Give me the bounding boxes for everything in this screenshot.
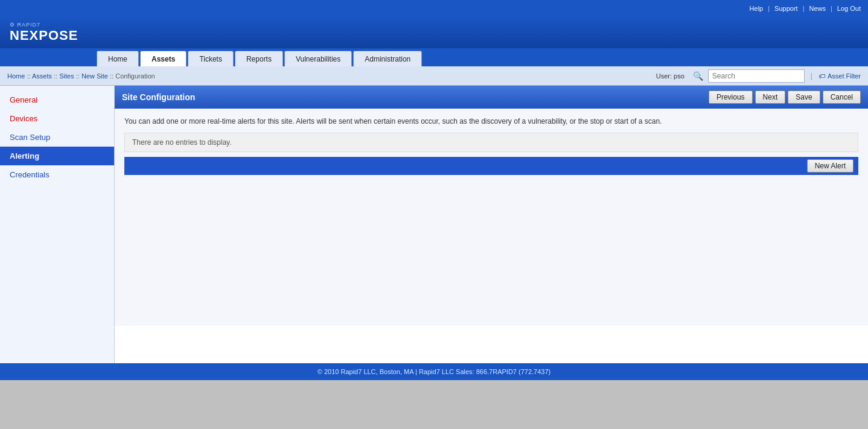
sep2: | <box>803 5 805 12</box>
alert-bar: New Alert <box>124 157 858 175</box>
breadcrumb: Home :: Assets :: Sites :: New Site :: C… <box>7 72 155 80</box>
new-alert-button[interactable]: New Alert <box>807 159 854 173</box>
search-input[interactable] <box>708 69 805 83</box>
next-button[interactable]: Next <box>755 91 786 104</box>
nav-bar: Home Assets Tickets Reports Vulnerabilit… <box>0 48 868 66</box>
config-buttons: Previous Next Save Cancel <box>709 91 861 104</box>
main-wrapper: General Devices Scan Setup Alerting Cred… <box>0 86 868 363</box>
sidebar-link-alerting[interactable]: Alerting <box>10 151 39 160</box>
sep1: | <box>768 5 770 12</box>
filter-icon: 🏷 <box>819 72 825 80</box>
site-config-header: Site Configuration Previous Next Save Ca… <box>115 86 868 109</box>
tab-assets[interactable]: Assets <box>140 51 187 66</box>
previous-button[interactable]: Previous <box>709 91 753 104</box>
header-right: User: pso 🔍 | 🏷 Asset Filter <box>656 69 861 83</box>
breadcrumb-assets[interactable]: Assets <box>32 72 52 80</box>
logo-area: ⚙ RAPID7 NEXPOSE <box>10 22 78 43</box>
sidebar-item-general[interactable]: General <box>0 91 114 109</box>
sidebar: General Devices Scan Setup Alerting Cred… <box>0 86 115 363</box>
breadcrumb-new-site[interactable]: New Site <box>81 72 108 80</box>
logo-bar: ⚙ RAPID7 NEXPOSE <box>0 17 868 48</box>
content-area: Site Configuration Previous Next Save Ca… <box>115 86 868 363</box>
cancel-button[interactable]: Cancel <box>823 91 861 104</box>
breadcrumb-home[interactable]: Home <box>7 72 25 80</box>
site-config-title: Site Configuration <box>122 92 195 102</box>
sidebar-link-general[interactable]: General <box>10 95 37 104</box>
asset-filter-button[interactable]: 🏷 Asset Filter <box>819 72 861 80</box>
help-link[interactable]: Help <box>750 5 764 12</box>
no-entries-message: There are no entries to display. <box>124 133 858 152</box>
breadcrumb-sites[interactable]: Sites <box>59 72 74 80</box>
sidebar-link-scan-setup[interactable]: Scan Setup <box>10 133 50 142</box>
sidebar-link-devices[interactable]: Devices <box>10 114 37 123</box>
tab-administration[interactable]: Administration <box>353 51 422 66</box>
footer-text: © 2010 Rapid7 LLC, Boston, MA | Rapid7 L… <box>318 368 550 375</box>
sidebar-link-credentials[interactable]: Credentials <box>10 170 49 179</box>
tab-home[interactable]: Home <box>97 51 139 66</box>
info-text: You can add one or more real-time alerts… <box>124 116 858 127</box>
news-link[interactable]: News <box>809 5 826 12</box>
logo-top: ⚙ RAPID7 <box>10 22 78 28</box>
breadcrumb-bar: Home :: Assets :: Sites :: New Site :: C… <box>0 66 868 86</box>
asset-filter-label: Asset Filter <box>828 72 861 80</box>
sidebar-item-alerting[interactable]: Alerting <box>0 147 114 165</box>
save-button[interactable]: Save <box>788 91 820 104</box>
tab-tickets[interactable]: Tickets <box>188 51 234 66</box>
sidebar-item-credentials[interactable]: Credentials <box>0 165 114 184</box>
search-area: 🔍 | 🏷 Asset Filter <box>693 69 861 83</box>
tab-vulnerabilities[interactable]: Vulnerabilities <box>284 51 352 66</box>
sep3: | <box>831 5 832 12</box>
no-entries-text: There are no entries to display. <box>132 138 232 147</box>
breadcrumb-configuration: Configuration <box>115 72 155 80</box>
support-link[interactable]: Support <box>774 5 798 12</box>
footer: © 2010 Rapid7 LLC, Boston, MA | Rapid7 L… <box>0 363 868 380</box>
logout-link[interactable]: Log Out <box>837 5 861 12</box>
content-body: You can add one or more real-time alerts… <box>115 109 868 326</box>
logo-name: NEXPOSE <box>10 28 78 43</box>
search-icon: 🔍 <box>693 71 703 81</box>
user-label: User: pso <box>656 72 685 80</box>
sidebar-item-scan-setup[interactable]: Scan Setup <box>0 128 114 147</box>
sidebar-item-devices[interactable]: Devices <box>0 109 114 128</box>
top-bar: Help | Support | News | Log Out <box>0 0 868 17</box>
tab-reports[interactable]: Reports <box>235 51 283 66</box>
